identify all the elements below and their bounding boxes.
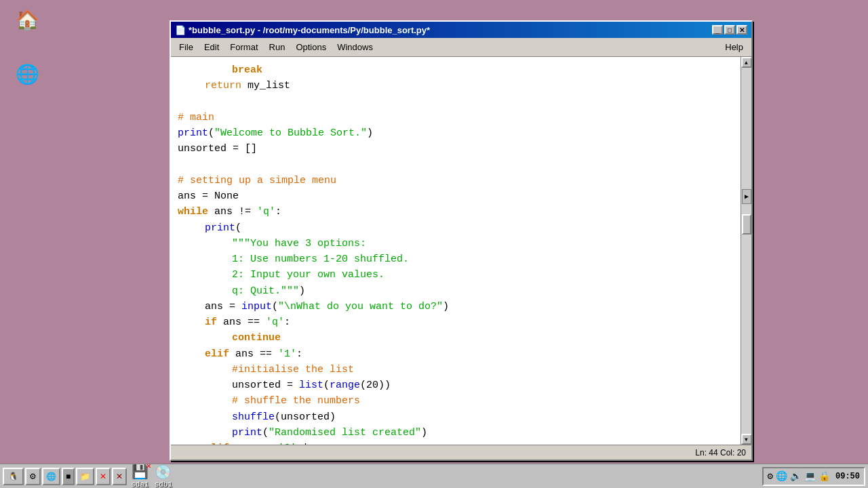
drive-sda1-x: ✕ xyxy=(146,461,151,471)
desktop-icon-home[interactable]: 🏠 xyxy=(7,7,47,34)
cursor-position: Ln: 44 Col: 20 xyxy=(695,448,746,458)
minimize-button[interactable]: _ xyxy=(712,25,723,35)
tray-icon-2: 🌐 xyxy=(776,470,787,482)
quick-launch-network[interactable]: 🌐 xyxy=(42,468,60,485)
code-line-1: break xyxy=(178,62,734,78)
quick-launch-settings[interactable]: ⚙ xyxy=(25,468,41,485)
taskbar: 🐧 ⚙ 🌐 ■ 📁 ✕ ✕ 💾✕ sda1 💿 sdb1 ⚙ 🌐 🔊 💻 🔒 xyxy=(0,464,868,488)
drive-sdb1-label: sdb1 xyxy=(155,481,172,488)
code-line-21: unsorted = list(range(20)) xyxy=(178,378,734,393)
code-line-16: ans = input("\nWhat do you want to do?") xyxy=(178,299,734,314)
taskbar-drives: 💾✕ sda1 💿 sdb1 xyxy=(131,464,172,488)
expand-right-top-button[interactable]: ▶ xyxy=(742,189,751,204)
editor-window: 📄 *bubble_sort.py - /root/my-documents/P… xyxy=(170,20,753,461)
code-line-12: """You have 3 options: xyxy=(178,236,734,251)
scroll-down-button[interactable]: ▼ xyxy=(741,434,752,445)
tray-icon-1: ⚙ xyxy=(768,470,773,482)
tray-icon-5: 🔒 xyxy=(818,470,830,482)
code-line-5: print("Welcome to Bubble Sort.") xyxy=(178,125,734,141)
close-button[interactable]: ✕ xyxy=(736,25,747,35)
code-line-10: while ans != 'q': xyxy=(178,204,734,220)
scroll-thumb[interactable] xyxy=(742,214,751,235)
taskbar-start: 🐧 ⚙ 🌐 ■ 📁 ✕ ✕ xyxy=(3,468,127,485)
code-line-7 xyxy=(178,157,734,173)
drive-sdb1[interactable]: 💿 sdb1 xyxy=(155,464,172,488)
code-line-14: 2: Input your own values. xyxy=(178,267,734,283)
home-icon: 🏠 xyxy=(14,7,41,34)
drive-sda1[interactable]: 💾✕ sda1 xyxy=(131,464,149,488)
tray-icon-4: 💻 xyxy=(804,470,816,482)
start-button[interactable]: 🐧 xyxy=(3,468,24,485)
system-tray: ⚙ 🌐 🔊 💻 🔒 09:50 xyxy=(762,467,865,486)
code-line-13: 1: Use numbers 1-20 shuffled. xyxy=(178,251,734,267)
quick-launch-power[interactable]: ✕ xyxy=(96,468,111,485)
code-line-2: return my_list xyxy=(178,78,734,94)
scroll-up-button[interactable]: ▲ xyxy=(741,57,752,68)
code-line-9: ans = None xyxy=(178,188,734,204)
window-title-left: 📄 *bubble_sort.py - /root/my-documents/P… xyxy=(175,25,430,35)
code-line-24: print("Randomised list created") xyxy=(178,425,734,441)
code-line-22: # shuffle the numbers xyxy=(178,393,734,409)
code-editor[interactable]: break return my_list # main print("Welco… xyxy=(171,57,741,445)
menu-file[interactable]: File xyxy=(174,41,199,54)
drive-sda1-icon: 💾✕ xyxy=(132,464,149,481)
network-icon: 🌐 xyxy=(14,61,41,88)
code-line-17: if ans == 'q': xyxy=(178,314,734,330)
code-line-3 xyxy=(178,94,734,110)
statusbar: Ln: 44 Col: 20 xyxy=(171,445,751,460)
scroll-track[interactable] xyxy=(741,68,752,434)
menu-options[interactable]: Options xyxy=(290,41,332,54)
scrollbar-vertical[interactable]: ▲ ▼ ▶ xyxy=(741,57,751,445)
start-icon: 🐧 xyxy=(8,472,18,481)
code-line-23: shuffle(unsorted) xyxy=(178,409,734,425)
code-line-6: unsorted = [] xyxy=(178,141,734,157)
code-line-18: continue xyxy=(178,330,734,346)
menu-run[interactable]: Run xyxy=(264,41,291,54)
code-line-20: #initialise the list xyxy=(178,362,734,378)
quick-launch-terminal[interactable]: ■ xyxy=(62,468,75,485)
menu-help[interactable]: Help xyxy=(719,41,749,54)
quick-launch-close[interactable]: ✕ xyxy=(112,468,127,485)
code-line-15: q: Quit.""") xyxy=(178,283,734,299)
code-line-8: # setting up a simple menu xyxy=(178,173,734,188)
code-line-4: # main xyxy=(178,110,734,125)
menu-windows[interactable]: Windows xyxy=(332,41,378,54)
code-line-11: print( xyxy=(178,220,734,236)
maximize-button[interactable]: □ xyxy=(724,25,735,35)
window-titlebar: 📄 *bubble_sort.py - /root/my-documents/P… xyxy=(171,22,751,38)
code-line-19: elif ans == '1': xyxy=(178,346,734,362)
window-controls: _ □ ✕ xyxy=(712,25,747,35)
window-content: break return my_list # main print("Welco… xyxy=(171,57,751,445)
desktop-icon-network[interactable]: 🌐 xyxy=(7,61,47,88)
menu-edit[interactable]: Edit xyxy=(199,41,224,54)
window-icon: 📄 xyxy=(175,25,186,35)
drive-sdb1-icon: 💿 xyxy=(155,464,172,481)
code-line-25: elif ans == '2': xyxy=(178,441,734,445)
quick-launch-files[interactable]: 📁 xyxy=(76,468,94,485)
menubar: File Edit Format Run Options Windows Hel… xyxy=(171,38,751,57)
window-title: *bubble_sort.py - /root/my-documents/Py/… xyxy=(189,25,430,35)
drive-sda1-label: sda1 xyxy=(131,481,149,488)
tray-time: 09:50 xyxy=(835,472,860,481)
tray-icon-3: 🔊 xyxy=(790,470,802,482)
taskbar-items: 💾✕ sda1 💿 sdb1 xyxy=(131,464,762,488)
menu-format[interactable]: Format xyxy=(224,41,263,54)
